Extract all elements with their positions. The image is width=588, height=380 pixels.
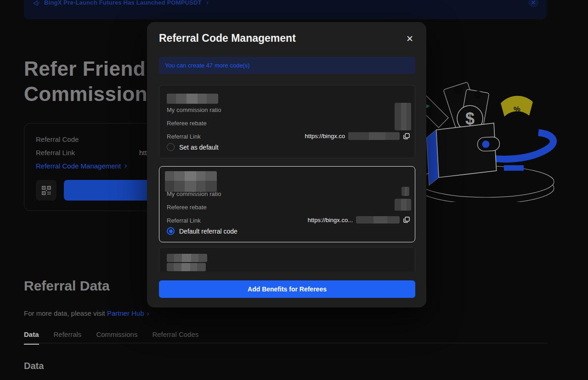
announcement-banner[interactable]: BingX Pre-Launch Futures Has Launched PO… [24, 0, 547, 19]
copy-icon[interactable] [403, 216, 410, 224]
radio-unchecked-icon[interactable] [167, 143, 175, 151]
referral-rewards-illustration: $ % [413, 73, 565, 202]
chevron-right-icon: › [124, 162, 127, 170]
partner-hub-link[interactable]: Partner Hub [107, 309, 144, 317]
chevron-right-icon: › [147, 309, 149, 317]
radio-label: Set as default [179, 144, 219, 151]
banner-close-icon[interactable]: ✕ [528, 0, 538, 7]
hero-heading-line2: Commission [24, 81, 147, 106]
radio-checked-icon[interactable] [167, 227, 175, 235]
referral-data-subtext: For more data, please visit Partner Hub› [24, 309, 149, 317]
chevron-right-icon: › [206, 0, 209, 5]
blurred-link-tail [348, 132, 400, 140]
referral-link-value: https://bingx.co [305, 133, 345, 140]
referral-code-card-selected: My commission ratio Referee rebate Refer… [159, 166, 415, 242]
blurred-referral-code [167, 263, 206, 271]
qr-code-icon [41, 185, 51, 196]
qr-code-button[interactable] [36, 180, 57, 201]
referral-link-label: Referral Link [167, 133, 201, 140]
commission-ratio-label: My commission ratio [167, 190, 221, 197]
referral-link-value: https://bingx.co... [308, 217, 353, 224]
referee-rebate-label: Referee rebate [167, 204, 207, 211]
set-default-option[interactable]: Set as default [167, 143, 219, 151]
referral-link-value: htt [139, 149, 147, 156]
banner-text: BingX Pre-Launch Futures Has Launched PO… [44, 0, 202, 6]
referral-link-row: https://bingx.co... [308, 216, 410, 224]
blurred-referral-code [167, 94, 218, 104]
referral-code-label: Referral Code [36, 135, 79, 143]
blurred-referral-code [167, 254, 207, 262]
default-referral-code-option[interactable]: Default referral code [167, 227, 237, 235]
referral-data-heading: Referral Data [24, 278, 110, 294]
hero-heading: Refer Friend Commission [24, 56, 147, 106]
referral-code-management-modal: Referral Code Management ✕ You can creat… [147, 22, 426, 307]
referral-link-label: Referral Link [36, 149, 75, 156]
modal-title: Referral Code Management [159, 32, 296, 45]
page: BingX Pre-Launch Futures Has Launched PO… [0, 0, 588, 380]
blurred-values [395, 103, 411, 130]
copy-icon[interactable] [403, 133, 410, 140]
referral-code-card-partial [159, 247, 415, 272]
radio-label: Default referral code [179, 228, 237, 235]
percent-tag: % [501, 96, 533, 117]
add-benefits-button[interactable]: Add Benefits for Referees [159, 280, 415, 298]
referral-code-card: My commission ratio Referee rebate Refer… [159, 85, 415, 158]
tabs-divider [24, 343, 548, 343]
referral-code-list: My commission ratio Referee rebate Refer… [159, 85, 415, 272]
blurred-link-tail [356, 216, 400, 224]
codes-remaining-notice: You can create 47 more code(s) [159, 57, 415, 74]
referral-link-label: Referral Link [167, 217, 201, 224]
blurred-values [401, 187, 409, 196]
referee-rebate-label: Referee rebate [167, 120, 207, 127]
subtext-label: For more data, please visit [24, 309, 107, 317]
percent-symbol: % [513, 105, 521, 113]
hero-heading-line1: Refer Friend [24, 56, 147, 81]
referral-link-row: https://bingx.co [305, 132, 410, 140]
commission-ratio-label: My commission ratio [167, 106, 221, 113]
referral-code-management-link[interactable]: Referral Code Management [36, 162, 121, 170]
blurred-referral-code [165, 171, 217, 192]
megaphone-icon [33, 0, 40, 7]
blurred-values [395, 199, 411, 211]
modal-close-icon[interactable]: ✕ [403, 32, 416, 45]
data-section-heading: Data [24, 361, 44, 371]
